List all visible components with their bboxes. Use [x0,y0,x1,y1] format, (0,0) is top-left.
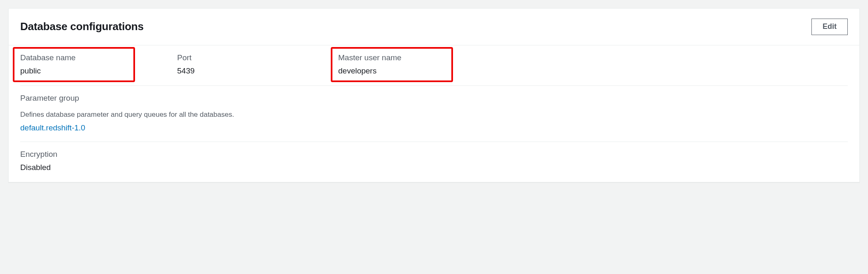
master-user-name-label: Master user name [338,53,446,63]
master-user-name-highlight: Master user name developers [331,47,453,82]
database-name-highlight: Database name public [13,47,135,82]
config-row-1: Database name public Port 5439 Master us… [20,45,848,86]
database-configurations-panel: Database configurations Edit Database na… [8,8,860,182]
encryption-label: Encryption [20,149,128,160]
panel-header: Database configurations Edit [9,9,859,45]
port-value: 5439 [177,66,285,76]
config-row-2: Parameter group Defines database paramet… [20,86,848,142]
database-name-value: public [20,66,128,76]
parameter-group-field: Parameter group Defines database paramet… [20,93,848,132]
master-user-name-value: developers [338,66,446,76]
parameter-group-label: Parameter group [20,93,848,104]
port-label: Port [177,53,285,63]
config-row-3: Encryption Disabled [20,142,848,179]
master-user-name-field: Master user name developers [338,53,446,76]
encryption-field: Encryption Disabled [20,149,128,173]
database-name-label: Database name [20,53,128,63]
panel-title: Database configurations [20,20,144,33]
encryption-value: Disabled [20,163,128,173]
port-field: Port 5439 [177,53,285,76]
edit-button[interactable]: Edit [811,19,848,35]
parameter-group-link[interactable]: default.redshift-1.0 [20,123,848,132]
parameter-group-description: Defines database parameter and query que… [20,110,848,119]
database-name-field: Database name public [20,53,128,76]
panel-body: Database name public Port 5439 Master us… [9,45,859,182]
